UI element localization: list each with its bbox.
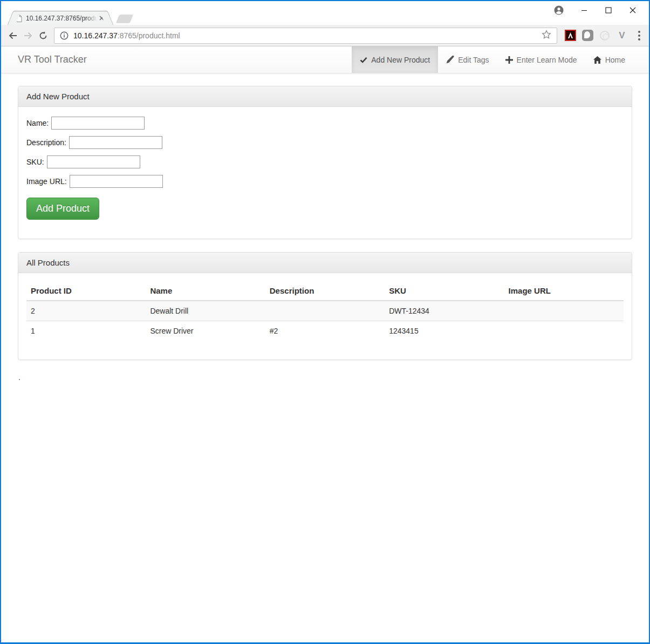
nav-item-label: Enter Learn Mode xyxy=(517,56,577,64)
address-bar[interactable]: 10.16.247.37:8765/product.html xyxy=(54,28,557,44)
name-label: Name: xyxy=(26,119,49,127)
sku-label: SKU: xyxy=(26,158,44,166)
nav-items: Add New Product Edit Tags Enter Learn Mo… xyxy=(352,46,633,73)
pencil-icon xyxy=(446,56,454,64)
url-host: 10.16.247.37 xyxy=(73,31,118,40)
form-row-name: Name: xyxy=(26,117,624,130)
nav-item-label: Edit Tags xyxy=(458,56,489,64)
nav-item-enter-learn-mode[interactable]: Enter Learn Mode xyxy=(497,46,585,73)
gray-extension-icon[interactable] xyxy=(580,28,594,43)
form-row-sku: SKU: xyxy=(26,155,624,168)
cell-name: Dewalt Drill xyxy=(146,301,265,321)
url-path: :8765/product.html xyxy=(118,31,180,40)
image-url-label: Image URL: xyxy=(26,177,67,186)
products-table: Product ID Name Description SKU Image UR… xyxy=(26,281,624,341)
nav-item-home[interactable]: Home xyxy=(585,46,633,73)
table-row: 2 Dewalt Drill DWT-12434 xyxy=(26,301,624,321)
maximize-button[interactable] xyxy=(596,2,620,18)
cell-sku: DWT-12434 xyxy=(385,301,504,321)
cell-image-url xyxy=(504,321,624,341)
nav-item-label: Add New Product xyxy=(371,56,430,64)
check-icon xyxy=(360,56,367,64)
page-info-icon[interactable] xyxy=(60,31,69,40)
form-row-image-url: Image URL: xyxy=(26,175,624,188)
nav-item-add-new-product[interactable]: Add New Product xyxy=(352,46,438,73)
nav-item-label: Home xyxy=(605,56,625,64)
table-header-row: Product ID Name Description SKU Image UR… xyxy=(26,281,624,301)
home-icon xyxy=(593,56,601,64)
minimize-button[interactable] xyxy=(572,2,596,18)
window-controls xyxy=(548,1,645,19)
cell-image-url xyxy=(504,301,624,321)
nav-item-edit-tags[interactable]: Edit Tags xyxy=(438,46,497,73)
new-tab-button[interactable] xyxy=(116,15,133,23)
cell-description xyxy=(265,301,385,321)
all-products-panel: All Products Product ID Name Description… xyxy=(18,252,632,360)
cell-name: Screw Driver xyxy=(146,321,265,341)
tab-close-icon[interactable] xyxy=(97,14,106,23)
adobe-acrobat-extension-icon[interactable] xyxy=(563,28,577,43)
image-url-input[interactable] xyxy=(70,175,163,188)
add-product-panel-title: Add New Product xyxy=(18,86,632,107)
col-description: Description xyxy=(265,281,385,301)
titlebar: 10.16.247.37:8765/produ xyxy=(1,1,649,25)
reload-button[interactable] xyxy=(36,28,51,43)
disabled-extension-icon[interactable] xyxy=(598,28,612,43)
table-row: 1 Screw Driver #2 1243415 xyxy=(26,321,624,341)
description-label: Description: xyxy=(26,138,66,147)
chrome-menu-icon[interactable] xyxy=(634,31,645,40)
close-window-button[interactable] xyxy=(620,2,645,18)
stray-period-text: . xyxy=(18,373,632,382)
plus-icon xyxy=(505,56,513,64)
browser-tab[interactable]: 10.16.247.37:8765/produ xyxy=(14,11,107,25)
browser-window: 10.16.247.37:8765/produ xyxy=(0,0,650,644)
forward-button[interactable] xyxy=(20,28,36,43)
col-product-id: Product ID xyxy=(26,281,146,301)
tab-title: 10.16.247.37:8765/produ xyxy=(26,15,97,22)
all-products-panel-title: All Products xyxy=(18,253,632,273)
page-content: Add New Product Name: Description: SKU: … xyxy=(18,86,632,382)
browser-toolbar: 10.16.247.37:8765/product.html V xyxy=(1,25,649,46)
bookmark-star-icon[interactable] xyxy=(542,30,551,41)
cell-sku: 1243415 xyxy=(385,321,504,341)
v-extension-icon[interactable]: V xyxy=(615,28,629,43)
page-icon xyxy=(16,15,22,22)
form-row-description: Description: xyxy=(26,136,624,149)
back-button[interactable] xyxy=(5,28,20,43)
url-text: 10.16.247.37:8765/product.html xyxy=(73,31,180,40)
col-sku: SKU xyxy=(385,281,504,301)
products-table-wrapper: Product ID Name Description SKU Image UR… xyxy=(18,273,632,360)
add-product-panel: Add New Product Name: Description: SKU: … xyxy=(18,86,632,239)
description-input[interactable] xyxy=(69,136,162,149)
site-brand: VR Tool Tracker xyxy=(1,46,87,73)
profile-icon[interactable] xyxy=(548,2,570,18)
add-product-form: Name: Description: SKU: Image URL: Add P… xyxy=(18,107,632,239)
name-input[interactable] xyxy=(51,117,145,130)
col-name: Name xyxy=(146,281,265,301)
sku-input[interactable] xyxy=(47,155,140,168)
add-product-button[interactable]: Add Product xyxy=(26,198,99,220)
col-image-url: Image URL xyxy=(504,281,624,301)
cell-product-id: 1 xyxy=(26,321,146,341)
cell-description: #2 xyxy=(265,321,385,341)
site-navbar: VR Tool Tracker Add New Product Edit Tag… xyxy=(1,46,649,73)
cell-product-id: 2 xyxy=(26,301,146,321)
